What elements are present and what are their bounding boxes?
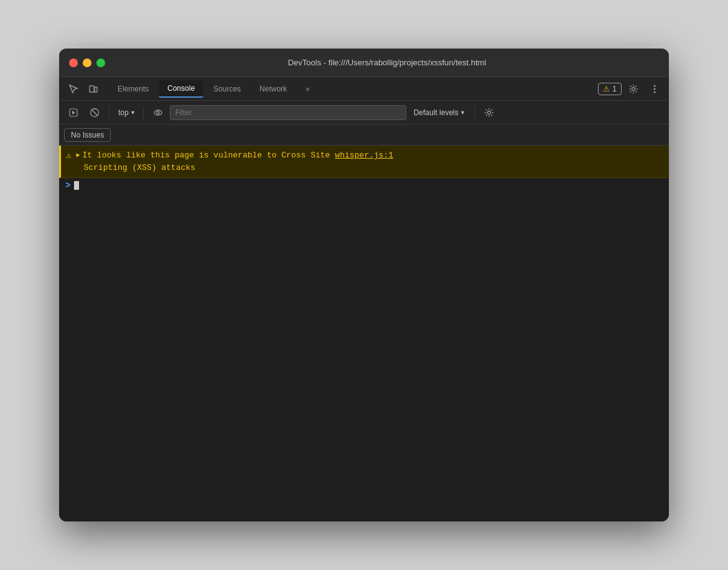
more-options-icon[interactable] bbox=[645, 80, 664, 98]
device-toolbar-icon[interactable] bbox=[84, 80, 103, 98]
warning-source-link[interactable]: whisper.js:1 bbox=[335, 151, 393, 160]
svg-rect-1 bbox=[95, 87, 97, 92]
minimize-button[interactable] bbox=[83, 58, 91, 67]
tab-more[interactable]: » bbox=[297, 80, 319, 98]
devtools-window: DevTools - file:///Users/rabollig/projec… bbox=[59, 49, 669, 521]
default-levels-arrow: ▾ bbox=[461, 109, 464, 116]
warning-second-line: Scripting (XSS) attacks bbox=[76, 162, 663, 174]
tab-bar-icons bbox=[64, 80, 103, 98]
console-toolbar: top ▾ Default levels ▾ bbox=[59, 101, 669, 124]
warning-message: ▶ It looks like this page is vulnerable … bbox=[76, 149, 663, 174]
tab-network[interactable]: Network bbox=[251, 80, 296, 98]
no-issues-button[interactable]: No Issues bbox=[64, 128, 111, 142]
maximize-button[interactable] bbox=[96, 58, 105, 67]
filter-input-wrap bbox=[170, 105, 406, 120]
svg-line-9 bbox=[91, 110, 98, 116]
traffic-lights bbox=[69, 58, 105, 67]
tab-right-icons: ⚠ 1 bbox=[598, 80, 664, 98]
close-button[interactable] bbox=[69, 58, 78, 67]
console-prompt: > bbox=[65, 180, 70, 190]
run-script-button[interactable] bbox=[64, 104, 83, 121]
svg-marker-7 bbox=[72, 111, 75, 114]
warning-badge[interactable]: ⚠ 1 bbox=[598, 83, 622, 95]
svg-rect-0 bbox=[90, 86, 94, 92]
svg-point-11 bbox=[157, 111, 159, 114]
console-input-row[interactable]: > bbox=[59, 178, 669, 193]
svg-point-5 bbox=[654, 91, 656, 93]
tab-sources[interactable]: Sources bbox=[205, 80, 250, 98]
svg-point-10 bbox=[154, 110, 162, 115]
warning-text-line2: Scripting (XSS) attacks bbox=[83, 163, 195, 172]
warning-badge-count: 1 bbox=[612, 85, 617, 93]
console-area[interactable]: ⚠ ▶ It looks like this page is vulnerabl… bbox=[59, 146, 669, 521]
toolbar-separator-2 bbox=[143, 106, 144, 119]
context-selector[interactable]: top ▾ bbox=[114, 107, 138, 118]
title-bar: DevTools - file:///Users/rabollig/projec… bbox=[59, 49, 669, 77]
svg-point-3 bbox=[654, 85, 656, 86]
toolbar-separator-3 bbox=[474, 106, 475, 119]
toolbar-separator-1 bbox=[109, 106, 110, 119]
settings-icon[interactable] bbox=[624, 80, 643, 98]
filter-input[interactable] bbox=[170, 105, 406, 120]
svg-point-12 bbox=[487, 111, 490, 114]
tab-bar: Elements Console Sources Network » ⚠ 1 bbox=[59, 77, 669, 101]
svg-point-4 bbox=[654, 88, 656, 90]
context-dropdown-icon: ▾ bbox=[131, 109, 134, 116]
warning-first-line: ▶ It looks like this page is vulnerable … bbox=[76, 149, 663, 162]
context-label: top bbox=[118, 108, 129, 117]
warning-icon: ⚠ bbox=[66, 150, 71, 161]
svg-point-2 bbox=[632, 87, 635, 90]
console-warning-row: ⚠ ▶ It looks like this page is vulnerabl… bbox=[59, 146, 669, 178]
tab-elements[interactable]: Elements bbox=[109, 80, 157, 98]
window-title: DevTools - file:///Users/rabollig/projec… bbox=[115, 58, 659, 67]
console-cursor bbox=[74, 181, 79, 190]
clear-console-button[interactable] bbox=[85, 104, 104, 121]
expand-arrow-icon[interactable]: ▶ bbox=[76, 151, 80, 160]
console-settings-button[interactable] bbox=[480, 104, 498, 121]
inspect-icon[interactable] bbox=[64, 80, 83, 98]
default-levels-label: Default levels bbox=[414, 108, 459, 117]
default-levels-button[interactable]: Default levels ▾ bbox=[409, 107, 469, 118]
issues-bar: No Issues bbox=[59, 124, 669, 146]
eye-button[interactable] bbox=[149, 104, 167, 121]
tab-console[interactable]: Console bbox=[159, 80, 203, 98]
warning-text-line1: It looks like this page is vulnerable to… bbox=[82, 149, 330, 162]
warning-link: whisper.js:1 bbox=[335, 149, 393, 162]
warning-badge-icon: ⚠ bbox=[603, 85, 610, 93]
